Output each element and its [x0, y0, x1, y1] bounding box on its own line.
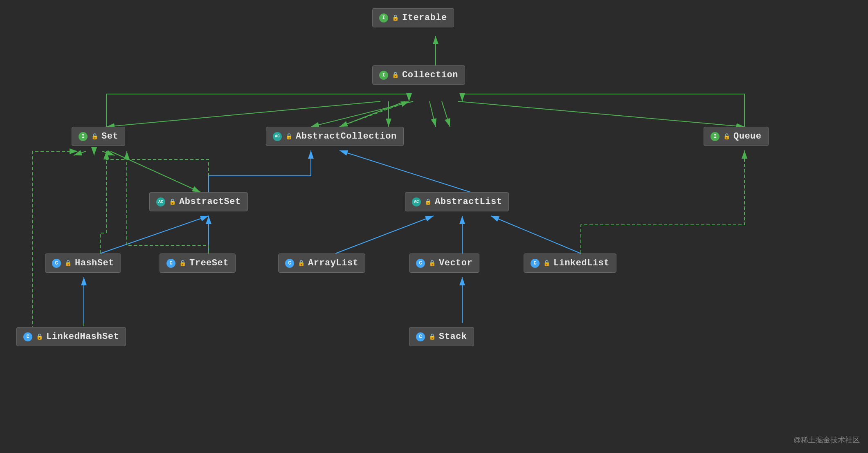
label-abstractlist: AbstractList	[435, 197, 502, 207]
watermark: @稀土掘金技术社区	[794, 435, 860, 445]
node-abstractcollection[interactable]: AC 🔒 AbstractCollection	[266, 127, 404, 146]
svg-line-19	[106, 101, 380, 127]
svg-line-4	[340, 101, 409, 127]
node-stack[interactable]: C 🔒 Stack	[409, 327, 474, 346]
label-linkedhashset: LinkedHashSet	[46, 332, 119, 342]
abstract-icon-abstractset: AC	[156, 197, 165, 206]
label-set: Set	[101, 131, 118, 141]
lock-icon-vector: 🔒	[428, 260, 436, 267]
label-arraylist: ArrayList	[308, 258, 358, 268]
class-icon-hashset: C	[52, 259, 61, 268]
node-iterable[interactable]: I 🔒 Iterable	[372, 8, 454, 27]
lock-icon-abstractset: 🔒	[169, 198, 176, 206]
node-vector[interactable]: C 🔒 Vector	[409, 253, 479, 273]
label-vector: Vector	[439, 258, 472, 268]
label-abstractcollection: AbstractCollection	[296, 131, 397, 141]
abstract-icon-abstractlist: AC	[412, 197, 421, 206]
label-collection: Collection	[402, 70, 458, 80]
node-linkedlist[interactable]: C 🔒 LinkedList	[524, 253, 616, 273]
lock-icon-linkedlist: 🔒	[543, 260, 550, 267]
class-icon-treeset: C	[166, 259, 175, 268]
lock-icon-arraylist: 🔒	[297, 260, 305, 267]
lock-icon-hashset: 🔒	[64, 260, 72, 267]
svg-line-15	[311, 101, 413, 127]
label-treeset: TreeSet	[189, 258, 229, 268]
svg-line-23	[110, 151, 200, 192]
interface-icon-set: I	[79, 132, 88, 141]
node-hashset[interactable]: C 🔒 HashSet	[45, 253, 121, 273]
svg-line-8	[335, 216, 434, 253]
lock-icon-abstractcollection: 🔒	[285, 133, 292, 140]
svg-line-5	[340, 150, 470, 192]
lock-icon-abstractlist: 🔒	[424, 198, 432, 206]
interface-icon-iterable: I	[379, 13, 388, 22]
lock-icon-queue: 🔒	[723, 133, 730, 140]
lock-icon-treeset: 🔒	[179, 260, 186, 267]
node-linkedhashset[interactable]: C 🔒 LinkedHashSet	[16, 327, 126, 346]
label-iterable: Iterable	[402, 13, 447, 23]
lock-icon-stack: 🔒	[428, 333, 436, 341]
interface-icon-queue: I	[711, 132, 720, 141]
label-abstractset: AbstractSet	[179, 197, 241, 207]
lock-icon-set: 🔒	[91, 133, 98, 140]
lock-icon-linkedhashset: 🔒	[36, 333, 43, 341]
label-linkedlist: LinkedList	[553, 258, 609, 268]
node-set[interactable]: I 🔒 Set	[72, 127, 125, 146]
svg-line-6	[100, 216, 209, 253]
node-abstractlist[interactable]: AC 🔒 AbstractList	[405, 192, 509, 211]
svg-line-20	[74, 151, 86, 155]
interface-icon-collection: I	[379, 71, 388, 80]
diagram-container: I 🔒 Iterable I 🔒 Collection I 🔒 Set AC 🔒…	[0, 0, 868, 453]
class-icon-arraylist: C	[285, 259, 294, 268]
class-icon-linkedhashset: C	[23, 332, 32, 341]
lock-icon-collection: 🔒	[391, 72, 399, 79]
node-treeset[interactable]: C 🔒 TreeSet	[160, 253, 236, 273]
svg-line-10	[491, 216, 581, 253]
node-arraylist[interactable]: C 🔒 ArrayList	[278, 253, 365, 273]
node-abstractset[interactable]: AC 🔒 AbstractSet	[149, 192, 248, 211]
svg-line-18	[458, 101, 744, 127]
label-queue: Queue	[733, 131, 762, 141]
lock-icon-iterable: 🔒	[391, 14, 399, 22]
class-icon-stack: C	[416, 332, 425, 341]
svg-line-22	[102, 151, 115, 155]
label-stack: Stack	[439, 332, 467, 342]
label-hashset: HashSet	[75, 258, 114, 268]
class-icon-linkedlist: C	[531, 259, 540, 268]
svg-line-14	[340, 101, 405, 127]
node-collection[interactable]: I 🔒 Collection	[372, 65, 465, 85]
abstract-icon-abstractcollection: AC	[273, 132, 282, 141]
svg-line-17	[442, 101, 450, 127]
class-icon-vector: C	[416, 259, 425, 268]
svg-line-16	[430, 101, 436, 127]
node-queue[interactable]: I 🔒 Queue	[704, 127, 769, 146]
